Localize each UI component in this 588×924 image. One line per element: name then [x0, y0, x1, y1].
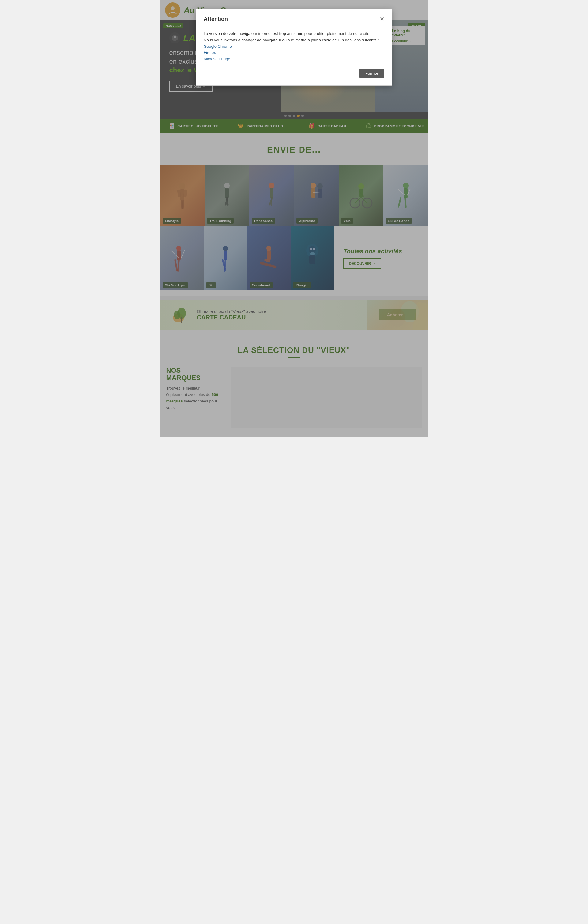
- logo[interactable]: [165, 2, 180, 18]
- svg-rect-24: [359, 189, 363, 197]
- activity-row-1: Lifestyle Trail-Running: [160, 165, 428, 226]
- svg-point-33: [177, 246, 181, 251]
- activity-velo[interactable]: Vélo: [339, 165, 383, 226]
- edge-link[interactable]: Microsoft Edge: [204, 56, 384, 63]
- activity-rando[interactable]: Randonnée: [249, 165, 294, 226]
- snowboard-label: Snowboard: [249, 282, 273, 288]
- svg-point-23: [358, 183, 364, 189]
- brands-grid-placeholder: [231, 367, 422, 428]
- velo-bg: [339, 165, 383, 226]
- firefox-link[interactable]: Firefox: [204, 50, 384, 56]
- velo-label: Vélo: [341, 218, 353, 224]
- row2-left: Ski Nordique Ski: [160, 226, 334, 290]
- svg-point-3: [173, 36, 176, 38]
- modal-footer: Fermer: [204, 69, 384, 78]
- svg-rect-28: [404, 188, 408, 198]
- fermer-button[interactable]: Fermer: [359, 69, 384, 78]
- activity-ski[interactable]: Ski: [204, 226, 247, 290]
- carte-deco-right: [367, 300, 428, 330]
- partenaires-label: PARTENAIRES CLUB: [246, 124, 283, 128]
- dot-2[interactable]: [289, 115, 291, 117]
- club-bar-carte-cadeau[interactable]: 🎁 CARTE CADEAU: [294, 119, 361, 133]
- envie-title: ENVIE DE...: [160, 145, 428, 155]
- ski-label: Ski: [206, 282, 216, 288]
- activity-ski-nordique[interactable]: Ski Nordique: [160, 226, 204, 290]
- club-bar-fidelite[interactable]: 🃏 CARTE CLUB FIDÉLITÉ: [160, 119, 227, 133]
- blog-decouvrir-button[interactable]: Découvrir →: [392, 39, 421, 43]
- selection-content: NOS MARQUES Trouvez le meilleur équipeme…: [166, 367, 422, 428]
- blog-card: Le blog du "Vieux" Découvrir →: [388, 26, 425, 45]
- club-bar: 🃏 CARTE CLUB FIDÉLITÉ 🤝 PARTENAIRES CLUB…: [160, 119, 428, 133]
- svg-line-32: [407, 189, 410, 195]
- ski-bg: [204, 226, 247, 290]
- toutes-activites-panel: Toutes nos activités DÉCOUVRIR →: [334, 226, 428, 290]
- svg-point-18: [311, 183, 316, 189]
- seconde-vie-icon: ♻️: [365, 123, 372, 129]
- modal-title: Attention: [204, 16, 228, 22]
- seconde-vie-label: PROGRAMME SECONDE VIE: [374, 124, 424, 128]
- svg-point-58: [390, 309, 405, 327]
- svg-rect-36: [177, 259, 180, 272]
- ski-nordique-bg: [160, 226, 204, 290]
- ski-rando-label: Ski de Rando: [386, 218, 412, 224]
- lifestyle-label: Lifestyle: [163, 218, 181, 224]
- carousel-dots: [160, 112, 428, 119]
- rando-bg: [249, 165, 294, 226]
- dot-1[interactable]: [284, 115, 287, 117]
- blog-card-title: Le blog du "Vieux": [392, 29, 421, 37]
- svg-rect-29: [398, 197, 402, 208]
- selection-section: LA SÉLECTION DU "VIEUX" NOS MARQUES Trou…: [160, 330, 428, 437]
- activity-plongee[interactable]: Plongée: [291, 226, 334, 290]
- dot-3[interactable]: [293, 115, 295, 117]
- svg-rect-34: [177, 251, 181, 260]
- ski-nordique-label: Ski Nordique: [163, 282, 188, 288]
- svg-rect-15: [270, 188, 274, 198]
- trail-bg: [205, 165, 249, 226]
- svg-rect-40: [223, 251, 227, 260]
- dot-4[interactable]: [297, 115, 299, 117]
- svg-point-39: [223, 246, 228, 251]
- plongee-label: Plongée: [293, 282, 311, 288]
- svg-point-14: [269, 183, 274, 189]
- activity-trail[interactable]: Trail-Running: [205, 165, 249, 226]
- svg-point-1: [171, 7, 175, 10]
- alpinisme-bg: [294, 165, 339, 226]
- decouvrir-button[interactable]: DÉCOUVRIR →: [343, 259, 381, 269]
- selection-underline: [288, 357, 300, 358]
- svg-rect-46: [260, 262, 277, 268]
- activity-lifestyle[interactable]: Lifestyle: [160, 165, 205, 226]
- dot-5[interactable]: [301, 115, 304, 117]
- modal-close-button[interactable]: ✕: [380, 16, 384, 22]
- envie-section: ENVIE DE... Lifestyle: [160, 133, 428, 297]
- modal-body-line2: Nous vous invitons à changer de navigate…: [204, 37, 384, 43]
- activity-ski-rando[interactable]: Ski de Rando: [383, 165, 428, 226]
- svg-point-52: [313, 248, 315, 250]
- club-bar-seconde-vie[interactable]: ♻️ PROGRAMME SECONDE VIE: [362, 119, 428, 133]
- modal-body-line1: La version de votre navigateur internet …: [204, 31, 384, 37]
- svg-point-20: [317, 183, 323, 189]
- trail-label: Trail-Running: [207, 218, 234, 224]
- svg-rect-56: [181, 317, 182, 323]
- nos-marques-description: Trouvez le meilleur équipement avec plus…: [166, 385, 221, 411]
- svg-point-55: [174, 310, 180, 319]
- carte-cadeau-bar-label: CARTE CADEAU: [317, 124, 346, 128]
- modal-divider: [204, 26, 384, 26]
- brand-logo-icon: [169, 33, 180, 43]
- svg-rect-30: [404, 197, 407, 208]
- fidelite-icon: 🃏: [169, 123, 175, 129]
- svg-rect-11: [225, 188, 229, 198]
- envie-underline: [288, 157, 300, 157]
- attention-modal: Attention ✕ La version de votre navigate…: [196, 9, 392, 86]
- club-bar-partenaires[interactable]: 🤝 PARTENAIRES CLUB: [227, 119, 294, 133]
- selection-title: LA SÉLECTION DU "VIEUX": [166, 345, 422, 355]
- ski-rando-bg: [383, 165, 428, 226]
- svg-rect-21: [318, 189, 322, 198]
- svg-point-10: [224, 183, 230, 189]
- activity-alpinisme[interactable]: Alpinisme: [294, 165, 339, 226]
- carte-cadeau-bar-icon: 🎁: [309, 123, 315, 129]
- svg-rect-49: [309, 255, 315, 264]
- toutes-activites-title: Toutes nos activités: [343, 248, 402, 255]
- chrome-link[interactable]: Google Chrome: [204, 43, 384, 50]
- rando-label: Randonnée: [252, 218, 275, 224]
- activity-snowboard[interactable]: Snowboard: [247, 226, 291, 290]
